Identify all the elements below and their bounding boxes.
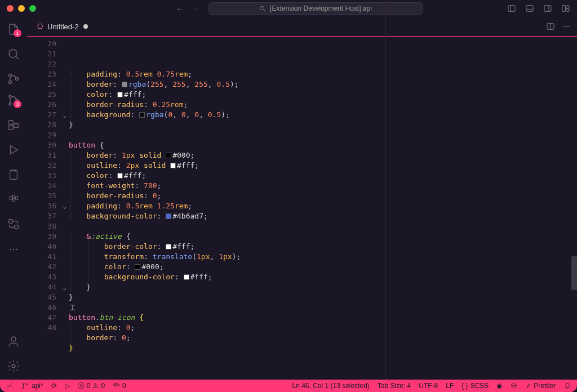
nav-back-icon[interactable]: ←	[176, 5, 183, 13]
encoding-status[interactable]: UTF-8	[419, 382, 438, 390]
explorer-badge: 1	[14, 29, 21, 37]
svg-point-37	[23, 383, 24, 384]
layout-icon[interactable]	[561, 4, 570, 13]
color-swatch-icon[interactable]	[184, 274, 189, 280]
svg-point-33	[11, 337, 16, 341]
svg-rect-21	[14, 123, 18, 127]
svg-line-1	[264, 10, 265, 11]
tab-label: Untitled-2	[47, 23, 79, 31]
line-gutter: 2021222324252627⌄282930313233343536⌄3738…	[27, 37, 69, 380]
svg-rect-10	[566, 9, 569, 12]
command-center[interactable]: [Extension Development Host] api	[208, 2, 423, 15]
explorer-icon[interactable]: 1	[7, 23, 20, 36]
search-icon	[259, 5, 267, 12]
window-controls	[7, 5, 36, 12]
svg-rect-2	[508, 6, 515, 12]
color-swatch-icon[interactable]	[166, 244, 171, 250]
tab-untitled-2[interactable]: ⎔ Untitled-2	[30, 17, 95, 36]
nav-arrows: ← →	[176, 5, 198, 13]
svg-point-11	[9, 50, 17, 57]
language-mode[interactable]: { } SCSS	[461, 382, 489, 390]
color-swatch-icon[interactable]	[170, 163, 176, 168]
more-actions-icon[interactable]: ⋯	[563, 22, 570, 31]
copilot-icon[interactable]	[510, 382, 518, 390]
problems-status[interactable]: ⓧ 0 ⚠ 0	[78, 381, 105, 391]
eol-status[interactable]: LF	[446, 382, 454, 390]
color-swatch-icon[interactable]	[117, 173, 123, 179]
cursor-position[interactable]: Ln 46, Col 1 (13 selected)	[292, 382, 369, 390]
fold-icon[interactable]: ⌄	[63, 202, 66, 212]
svg-marker-22	[11, 146, 18, 154]
remote-indicator[interactable]	[6, 382, 14, 390]
titlebar: ← → [Extension Development Host] api	[0, 0, 577, 17]
source-control-icon[interactable]	[7, 72, 20, 86]
tab-bar: ⎔ Untitled-2 ⋯	[27, 17, 577, 37]
fold-icon[interactable]: ⌄	[63, 283, 66, 293]
git-branch[interactable]: api*	[21, 382, 43, 390]
color-swatch-icon[interactable]	[139, 112, 145, 118]
panel-bottom-icon[interactable]	[525, 4, 534, 13]
run-debug-icon[interactable]	[7, 143, 20, 157]
svg-rect-4	[526, 6, 533, 12]
panel-left-icon[interactable]	[507, 4, 516, 13]
account-icon[interactable]	[7, 335, 20, 348]
code-editor[interactable]: 2021222324252627⌄282930313233343536⌄3738…	[27, 37, 577, 380]
extensions-icon[interactable]	[7, 118, 20, 132]
svg-point-14	[9, 81, 12, 84]
svg-rect-32	[15, 225, 18, 229]
editor-group: ⎔ Untitled-2 ⋯ 2021222324252627⌄28293031…	[27, 17, 577, 380]
scm-badge: 3	[14, 100, 21, 108]
svg-point-16	[9, 95, 11, 97]
indentation-status[interactable]: Tab Size: 4	[378, 382, 411, 390]
svg-rect-19	[9, 121, 13, 124]
color-swatch-icon[interactable]	[166, 153, 171, 158]
scss-file-icon: ⎔	[37, 23, 43, 30]
svg-rect-28	[12, 195, 15, 198]
color-swatch-icon[interactable]	[122, 82, 127, 87]
minimize-window-button[interactable]	[18, 5, 25, 12]
panel-right-icon[interactable]	[543, 4, 552, 13]
code-content[interactable]: ┊ padding: 0.5rem 0.75rem;┊ border: rgba…	[69, 37, 577, 380]
minimap-slider[interactable]	[571, 256, 577, 290]
fold-icon[interactable]: ⌄	[63, 110, 66, 121]
svg-rect-41	[512, 384, 516, 387]
svg-point-40	[116, 385, 117, 386]
svg-point-42	[513, 385, 513, 386]
layout-controls	[507, 4, 570, 13]
more-icon[interactable]: ⋯	[7, 242, 20, 256]
svg-rect-29	[12, 198, 15, 201]
svg-point-15	[16, 78, 19, 81]
debug-launch-icon[interactable]: ▷	[65, 382, 70, 390]
svg-rect-20	[9, 126, 13, 130]
svg-rect-8	[562, 6, 565, 12]
svg-point-0	[260, 6, 264, 10]
eslint-icon[interactable]: ◉	[496, 382, 502, 390]
close-window-button[interactable]	[7, 5, 14, 12]
svg-point-34	[12, 364, 15, 368]
color-swatch-icon[interactable]	[117, 92, 123, 97]
activity-bar: 1 3 ⋯	[0, 17, 27, 380]
svg-rect-27	[10, 197, 12, 199]
svg-point-43	[514, 385, 515, 386]
search-activity-icon[interactable]	[7, 47, 20, 61]
terraform-icon[interactable]	[7, 193, 20, 206]
svg-point-13	[9, 74, 12, 77]
split-editor-icon[interactable]	[546, 22, 555, 31]
editor-ruler	[385, 0, 386, 380]
svg-rect-23	[10, 171, 17, 180]
notifications-bell-icon[interactable]	[563, 382, 571, 390]
notes-icon[interactable]	[7, 168, 20, 181]
group-icon[interactable]	[7, 217, 20, 231]
svg-line-12	[16, 56, 19, 59]
ports-status[interactable]: 0	[113, 382, 126, 390]
prettier-status[interactable]: ✓ Prettier	[526, 382, 556, 390]
svg-rect-6	[544, 6, 551, 12]
color-swatch-icon[interactable]	[166, 213, 171, 219]
sync-icon[interactable]: ⟳	[51, 382, 57, 390]
zoom-window-button[interactable]	[29, 5, 36, 12]
settings-gear-icon[interactable]	[7, 359, 20, 373]
nav-forward-icon[interactable]: →	[191, 5, 198, 13]
scm-icon[interactable]: 3	[7, 93, 20, 107]
color-swatch-icon[interactable]	[135, 264, 140, 270]
window-title: [Extension Development Host] api	[270, 5, 372, 12]
